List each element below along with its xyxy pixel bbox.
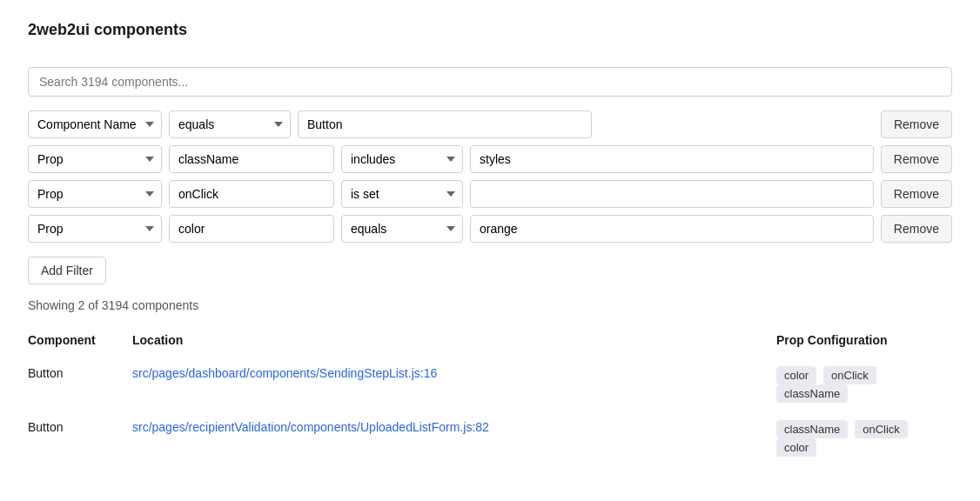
prop-badge: className <box>776 384 848 403</box>
prop-badge: onClick <box>855 420 908 438</box>
col-header-location: Location <box>132 333 550 357</box>
filter-type-select-1[interactable]: Component Name Prop <box>28 110 162 138</box>
add-filter-button[interactable]: Add Filter <box>28 257 106 284</box>
filter-row-2: Prop Component Name includes equals is s… <box>28 145 952 173</box>
filter-operator-select-4[interactable]: equals includes is set <box>341 215 463 243</box>
filter-operator-select-2[interactable]: includes equals is set <box>341 145 463 173</box>
component-location-2: src/pages/recipientValidation/components… <box>132 411 550 465</box>
filter-type-select-4[interactable]: Prop Component Name <box>28 215 162 243</box>
spacer-2 <box>550 411 776 465</box>
filter-operator-select-3[interactable]: is set equals includes <box>341 180 463 208</box>
prop-config-1: color onClick className <box>776 357 952 411</box>
spacer-1 <box>550 357 776 411</box>
search-row <box>28 67 952 97</box>
page-title: 2web2ui components <box>28 21 952 39</box>
component-name-1: Button <box>28 357 132 411</box>
filter-value-input-4[interactable] <box>470 215 874 243</box>
filter-value-input-2[interactable] <box>470 145 874 173</box>
prop-badge: onClick <box>823 366 876 384</box>
prop-config-2: className onClick color <box>776 411 952 465</box>
col-header-prop-config: Prop Configuration <box>776 333 952 357</box>
col-header-component: Component <box>28 333 132 357</box>
showing-text: Showing 2 of 3194 components <box>28 298 952 312</box>
filter-value-input-3[interactable] <box>470 180 874 208</box>
remove-button-3[interactable]: Remove <box>881 180 952 208</box>
filter-type-select-3[interactable]: Prop Component Name <box>28 180 162 208</box>
filter-value-input-1[interactable] <box>298 110 592 138</box>
filter-row-3: Prop Component Name is set equals includ… <box>28 180 952 208</box>
filter-prop-name-input-3[interactable] <box>169 180 334 208</box>
filter-prop-name-input-2[interactable] <box>169 145 334 173</box>
table-row: Button src/pages/recipientValidation/com… <box>28 411 952 465</box>
remove-button-2[interactable]: Remove <box>881 145 952 173</box>
table-row: Button src/pages/dashboard/components/Se… <box>28 357 952 411</box>
filter-row-1: Component Name Prop equals includes is s… <box>28 110 952 138</box>
filter-prop-name-input-4[interactable] <box>169 215 334 243</box>
col-header-spacer <box>550 333 776 357</box>
remove-button-4[interactable]: Remove <box>881 215 952 243</box>
prop-badge: color <box>776 438 816 457</box>
component-name-2: Button <box>28 411 132 465</box>
location-link-1[interactable]: src/pages/dashboard/components/SendingSt… <box>132 366 437 380</box>
search-input[interactable] <box>28 67 952 97</box>
location-link-2[interactable]: src/pages/recipientValidation/components… <box>132 420 489 434</box>
filter-operator-select-1[interactable]: equals includes is set <box>169 110 291 138</box>
prop-badge: color <box>776 366 816 384</box>
remove-button-1[interactable]: Remove <box>881 110 952 138</box>
table-header-row: Component Location Prop Configuration <box>28 333 952 357</box>
prop-badge: className <box>776 420 848 438</box>
filter-type-select-2[interactable]: Prop Component Name <box>28 145 162 173</box>
component-location-1: src/pages/dashboard/components/SendingSt… <box>132 357 550 411</box>
results-table: Component Location Prop Configuration Bu… <box>28 333 952 465</box>
filter-row-4: Prop Component Name equals includes is s… <box>28 215 952 243</box>
